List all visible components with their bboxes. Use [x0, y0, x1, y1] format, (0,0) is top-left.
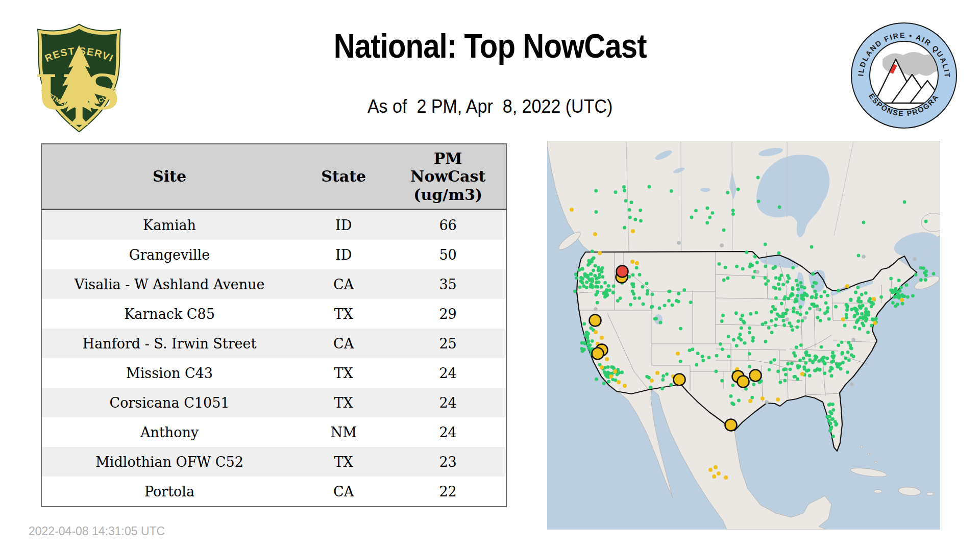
monitor-dot — [811, 272, 815, 276]
page-title: National: Top NowCast — [0, 27, 980, 65]
monitor-dot — [658, 307, 662, 310]
monitor-dot — [613, 369, 617, 373]
monitor-dot — [900, 298, 904, 302]
monitor-dot — [631, 229, 635, 233]
monitor-dot — [849, 346, 853, 350]
monitor-dot — [631, 273, 635, 277]
monitor-dot — [837, 343, 840, 347]
monitor-dot — [823, 361, 826, 365]
monitor-dot — [689, 300, 693, 304]
monitor-dot — [735, 344, 739, 347]
pm-header-line3: (ug/m3) — [390, 186, 505, 204]
monitor-dot — [862, 324, 866, 328]
monitor-dot — [770, 310, 773, 314]
monitor-dot — [764, 276, 767, 280]
monitor-dot — [731, 212, 735, 216]
monitor-dot — [813, 358, 817, 361]
monitor-dot — [799, 305, 802, 309]
monitor-dot — [765, 400, 769, 404]
monitor-dot — [810, 245, 814, 249]
monitor-dot — [831, 403, 835, 406]
monitor-dot — [782, 297, 786, 301]
monitor-dot — [586, 339, 590, 343]
monitor-dot — [808, 307, 812, 311]
monitor-dot — [795, 279, 798, 283]
table-header-row: Site State PM NowCast (ug/m3) — [41, 144, 506, 210]
value-cell: 25 — [390, 329, 506, 358]
monitor-dot — [598, 273, 601, 277]
site-marker-hanford — [592, 348, 604, 360]
monitor-dot — [856, 318, 860, 322]
monitor-dot — [667, 299, 671, 303]
monitor-dot — [860, 312, 864, 316]
monitor-dot — [591, 284, 594, 287]
monitor-dot — [849, 298, 853, 302]
monitor-dot — [870, 301, 873, 305]
monitor-dot — [845, 303, 848, 307]
monitor-dot — [741, 314, 744, 317]
monitor-dot — [785, 317, 789, 321]
monitor-dot — [751, 339, 755, 343]
monitor-dot — [805, 369, 809, 373]
monitor-dot — [919, 266, 923, 270]
monitor-dot — [773, 358, 776, 362]
monitor-dot — [624, 199, 628, 203]
monitor-dot — [805, 311, 808, 315]
monitor-dot — [803, 292, 806, 295]
monitor-dot — [635, 266, 639, 270]
monitor-dot — [598, 251, 602, 255]
monitor-dot — [811, 295, 814, 299]
monitor-dot — [895, 290, 898, 293]
monitor-dot — [815, 281, 818, 285]
monitor-dot — [570, 208, 574, 212]
monitor-dot — [581, 277, 584, 281]
monitor-dot — [795, 345, 798, 349]
monitor-dot — [573, 289, 577, 293]
monitor-dot — [820, 345, 823, 349]
monitor-dot — [756, 176, 760, 180]
monitor-dot — [816, 307, 820, 311]
monitor-dot — [851, 338, 855, 342]
monitor-dot — [828, 415, 831, 418]
monitor-dot — [682, 288, 686, 292]
monitor-dot — [816, 316, 819, 319]
monitor-dot — [715, 370, 718, 373]
monitor-dot — [753, 255, 757, 259]
monitor-dot — [787, 297, 790, 300]
monitor-dot — [630, 260, 634, 264]
monitor-dot — [772, 286, 775, 289]
wfaqrp-logo-icon: WILDLAND FIRE • AIR QUALITY RESPONSE PRO… — [850, 21, 958, 130]
monitor-dot — [845, 316, 848, 319]
monitor-dot — [651, 293, 654, 296]
monitor-dot — [594, 330, 598, 334]
value-cell: 66 — [390, 210, 506, 240]
monitor-dot — [767, 326, 771, 330]
monitor-dot — [769, 361, 773, 364]
monitor-dot — [846, 370, 849, 374]
aqi-map: Air Quality Index HazardousVery Unhealth… — [547, 141, 940, 530]
monitor-dot — [726, 191, 729, 194]
monitor-dot — [714, 465, 718, 469]
table-row: GrangevilleID50 — [41, 240, 506, 269]
usa-map-icon — [547, 141, 940, 530]
monitor-dot — [591, 258, 594, 261]
monitor-dot — [588, 262, 592, 265]
site-cell: Anthony — [41, 417, 297, 447]
monitor-dot — [899, 286, 903, 289]
monitor-dot — [623, 189, 626, 192]
monitor-dot — [911, 294, 915, 297]
monitor-dot — [845, 308, 849, 312]
monitor-dot — [808, 374, 812, 378]
monitor-dot — [677, 292, 680, 295]
monitor-dot — [791, 266, 795, 269]
monitor-dot — [581, 349, 584, 353]
table-row: Karnack C85TX29 — [41, 299, 506, 329]
generated-timestamp: 2022-04-08 14:31:05 UTC — [29, 524, 165, 538]
value-cell: 35 — [390, 269, 506, 299]
site-cell: Corsicana C1051 — [41, 388, 297, 417]
state-cell: ID — [297, 210, 390, 240]
monitor-dot — [781, 312, 785, 316]
monitor-dot — [777, 283, 780, 286]
monitor-dot — [764, 321, 768, 324]
monitor-dot — [748, 352, 751, 356]
